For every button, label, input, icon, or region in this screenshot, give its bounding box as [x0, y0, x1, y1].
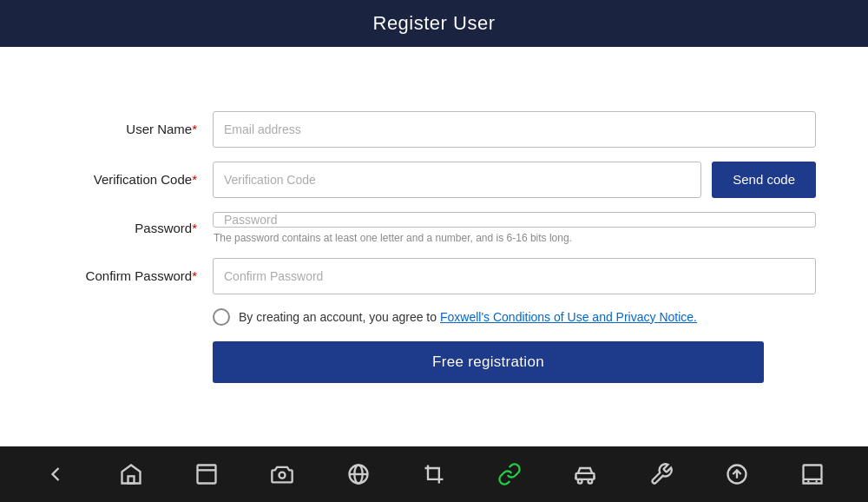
browser-icon[interactable]	[341, 457, 376, 492]
verification-label: Verification Code*	[52, 172, 213, 187]
username-row: User Name*	[52, 111, 816, 148]
verification-row: Verification Code* Send code	[52, 162, 816, 198]
svg-point-17	[807, 480, 809, 482]
svg-point-8	[578, 479, 582, 484]
link-icon[interactable]	[492, 457, 527, 492]
svg-point-9	[589, 479, 593, 484]
navigation-bar	[0, 446, 868, 502]
verification-input[interactable]	[213, 162, 701, 198]
password-hint: The password contains at least one lette…	[213, 232, 816, 244]
terms-text: By creating an account, you agree to Fox…	[239, 310, 697, 324]
home-icon[interactable]	[114, 457, 148, 492]
drawer-icon[interactable]	[795, 457, 830, 492]
window-icon[interactable]	[189, 457, 224, 492]
wrench-icon[interactable]	[644, 457, 679, 492]
back-icon[interactable]	[38, 457, 73, 492]
terms-checkbox[interactable]	[213, 308, 230, 326]
username-input[interactable]	[213, 111, 816, 148]
confirm-password-label: Confirm Password*	[52, 268, 213, 283]
svg-rect-7	[576, 473, 595, 479]
crop-icon[interactable]	[417, 457, 451, 492]
camera-icon[interactable]	[265, 457, 299, 492]
password-field-group: The password contains at least one lette…	[213, 212, 816, 244]
terms-link[interactable]: Foxwell's Conditions of Use and Privacy …	[440, 310, 697, 324]
confirm-password-input[interactable]	[213, 258, 816, 294]
svg-rect-1	[198, 466, 216, 484]
svg-rect-14	[804, 466, 822, 479]
password-label: Password*	[52, 221, 213, 235]
svg-point-3	[279, 472, 286, 479]
register-button[interactable]: Free registration	[213, 341, 764, 383]
page-title: Register User	[373, 12, 496, 34]
username-label: User Name*	[52, 122, 213, 136]
svg-rect-0	[128, 476, 134, 483]
terms-checkbox-row: By creating an account, you agree to Fox…	[213, 308, 816, 326]
main-content: User Name* Verification Code* Send code …	[0, 47, 868, 446]
upload-icon[interactable]	[720, 457, 754, 492]
car-icon[interactable]	[568, 457, 602, 492]
send-code-button[interactable]: Send code	[712, 162, 816, 198]
password-row: Password* The password contains at least…	[52, 212, 816, 244]
password-input[interactable]	[213, 212, 816, 228]
register-button-row: Free registration	[213, 341, 816, 383]
page-header: Register User	[0, 0, 868, 47]
confirm-password-row: Confirm Password*	[52, 258, 816, 294]
svg-point-18	[816, 480, 818, 482]
